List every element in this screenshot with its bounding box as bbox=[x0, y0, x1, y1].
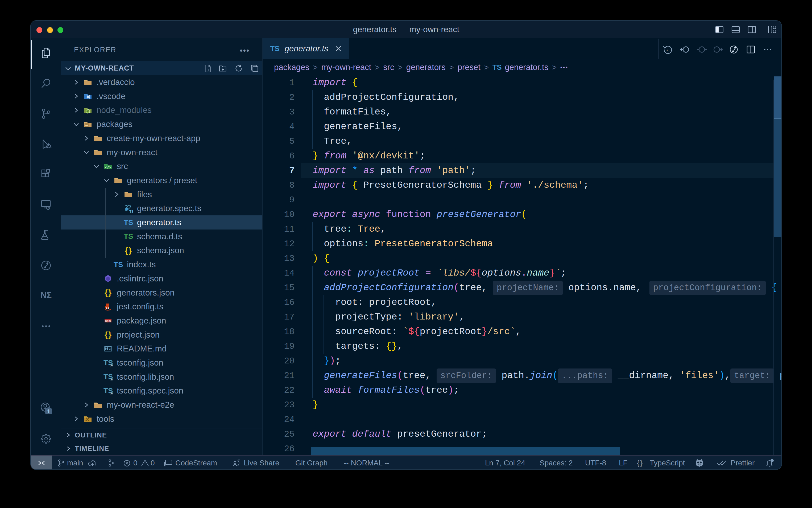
svg-text:npm: npm bbox=[105, 320, 111, 323]
svg-text:JS: JS bbox=[86, 110, 89, 113]
svg-text:</>: </> bbox=[105, 166, 111, 170]
svg-text:1: 1 bbox=[47, 409, 50, 414]
svg-text:TS: TS bbox=[129, 210, 133, 213]
